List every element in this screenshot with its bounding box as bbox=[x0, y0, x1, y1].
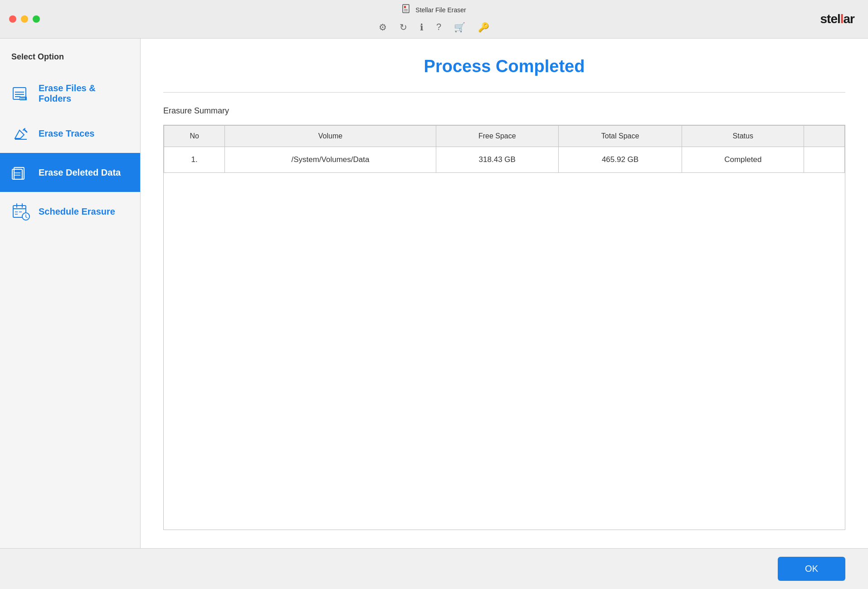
settings-icon[interactable]: ⚙ bbox=[377, 20, 389, 34]
cell-status: Completed bbox=[682, 147, 804, 173]
cell-volume: /System/Volumes/Data bbox=[225, 147, 436, 173]
sidebar: Select Option Erase Files & Folders bbox=[0, 39, 141, 548]
toolbar: ⚙ ↻ ℹ ? 🛒 🔑 bbox=[377, 20, 491, 34]
sidebar-item-erase-deleted[interactable]: Erase Deleted Data bbox=[0, 153, 140, 192]
app-title-row: Stellar File Eraser bbox=[402, 4, 466, 16]
summary-table: No Volume Free Space Total Space Status … bbox=[164, 125, 845, 173]
titlebar: Stellar File Eraser ⚙ ↻ ℹ ? 🛒 🔑 stellar bbox=[0, 0, 868, 39]
window-controls bbox=[9, 15, 40, 23]
help-icon[interactable]: ? bbox=[434, 20, 443, 34]
close-button[interactable] bbox=[9, 15, 16, 23]
key-icon[interactable]: 🔑 bbox=[476, 20, 491, 34]
col-header-total-space: Total Space bbox=[558, 126, 682, 147]
col-header-free-space: Free Space bbox=[436, 126, 558, 147]
info-icon[interactable]: ℹ bbox=[418, 20, 425, 34]
sidebar-item-label-erase-deleted: Erase Deleted Data bbox=[39, 167, 121, 178]
sidebar-item-erase-files[interactable]: Erase Files & Folders bbox=[0, 73, 140, 114]
col-header-volume: Volume bbox=[225, 126, 436, 147]
summary-table-wrapper: No Volume Free Space Total Space Status … bbox=[163, 125, 845, 530]
col-header-status: Status bbox=[682, 126, 804, 147]
erasure-summary-label: Erasure Summary bbox=[163, 106, 845, 116]
erase-deleted-icon bbox=[11, 163, 30, 182]
table-row: 1. /System/Volumes/Data 318.43 GB 465.92… bbox=[164, 147, 845, 173]
main-content: Select Option Erase Files & Folders bbox=[0, 39, 868, 548]
right-panel: Process Completed Erasure Summary No Vol… bbox=[141, 39, 868, 548]
section-divider bbox=[163, 92, 845, 93]
svg-rect-1 bbox=[404, 6, 406, 8]
sidebar-label: Select Option bbox=[0, 48, 140, 73]
minimize-button[interactable] bbox=[21, 15, 28, 23]
cart-icon[interactable]: 🛒 bbox=[452, 20, 467, 34]
sidebar-item-label-schedule: Schedule Erasure bbox=[39, 206, 115, 217]
footer: OK bbox=[0, 548, 868, 589]
erase-traces-icon bbox=[11, 124, 30, 143]
sidebar-item-schedule[interactable]: Schedule Erasure bbox=[0, 192, 140, 231]
col-header-extra bbox=[804, 126, 845, 147]
cell-no: 1. bbox=[164, 147, 225, 173]
process-title: Process Completed bbox=[163, 57, 845, 76]
maximize-button[interactable] bbox=[33, 15, 40, 23]
cell-extra bbox=[804, 147, 845, 173]
cell-total-space: 465.92 GB bbox=[558, 147, 682, 173]
stellar-logo: stellar bbox=[820, 12, 855, 26]
svg-rect-0 bbox=[403, 5, 409, 13]
app-icon bbox=[402, 4, 412, 16]
refresh-icon[interactable]: ↻ bbox=[398, 20, 409, 34]
cell-free-space: 318.43 GB bbox=[436, 147, 558, 173]
titlebar-center: Stellar File Eraser ⚙ ↻ ℹ ? 🛒 🔑 bbox=[377, 4, 491, 34]
erase-files-icon bbox=[11, 84, 30, 103]
col-header-no: No bbox=[164, 126, 225, 147]
sidebar-item-erase-traces[interactable]: Erase Traces bbox=[0, 114, 140, 153]
app-title-text: Stellar File Eraser bbox=[415, 6, 466, 14]
sidebar-item-label-erase-files: Erase Files & Folders bbox=[39, 83, 129, 104]
sidebar-item-label-erase-traces: Erase Traces bbox=[39, 128, 94, 139]
schedule-icon bbox=[11, 202, 30, 221]
ok-button[interactable]: OK bbox=[778, 557, 845, 581]
